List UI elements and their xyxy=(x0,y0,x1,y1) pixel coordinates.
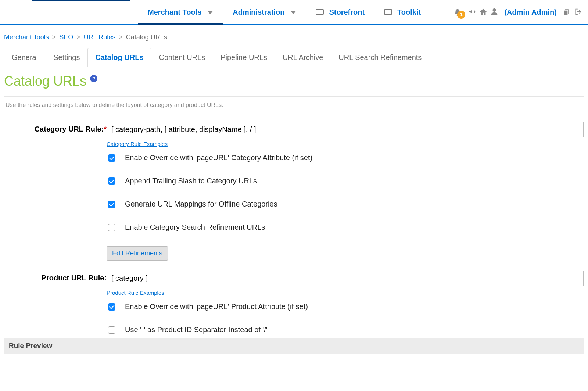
tab-settings[interactable]: Settings xyxy=(46,48,87,67)
crumb-merchant-tools[interactable]: Merchant Tools xyxy=(4,33,49,41)
nav-administration-label: Administration xyxy=(233,8,284,17)
top-nav: Merchant Tools Administration Storefront xyxy=(0,0,588,25)
tab-url-archive[interactable]: URL Archive xyxy=(275,48,331,67)
svg-rect-3 xyxy=(387,15,389,15)
chk-pageurl-category[interactable] xyxy=(108,154,115,162)
user-icon[interactable] xyxy=(490,8,498,17)
monitor-icon xyxy=(384,9,392,16)
page-description: Use the rules and settings below to defi… xyxy=(0,100,588,118)
logout-icon[interactable] xyxy=(573,8,581,17)
category-examples-link[interactable]: Category Rule Examples xyxy=(107,141,168,147)
chk-search-refinement-label: Enable Category Search Refinement URLs xyxy=(125,223,265,232)
tab-general[interactable]: General xyxy=(4,48,46,67)
chk-dash-separator-label: Use '-' as Product ID Separator Instead … xyxy=(125,326,268,334)
notification-badge: 1 xyxy=(457,11,465,19)
divider xyxy=(4,96,584,97)
chk-pageurl-product-label: Enable Override with 'pageURL' Product A… xyxy=(125,302,308,311)
tab-url-search-refinements[interactable]: URL Search Refinements xyxy=(331,48,429,67)
nav-toolkit[interactable]: Toolkit xyxy=(374,0,430,24)
nav-storefront-label: Storefront xyxy=(329,8,365,17)
copy-icon[interactable] xyxy=(563,8,570,17)
svg-rect-2 xyxy=(384,10,392,14)
tab-catalog-urls[interactable]: Catalog URLs xyxy=(87,48,151,67)
product-examples-link[interactable]: Product Rule Examples xyxy=(107,290,164,296)
product-rule-label: Product URL Rule: xyxy=(4,271,107,338)
nav-storefront[interactable]: Storefront xyxy=(306,0,374,24)
svg-rect-0 xyxy=(316,10,323,14)
chevron-down-icon xyxy=(207,11,213,14)
tab-content-urls[interactable]: Content URLs xyxy=(151,48,213,67)
chk-trailing-slash-label: Append Trailing Slash to Category URLs xyxy=(125,177,257,185)
nav-administration[interactable]: Administration xyxy=(223,0,306,24)
product-rule-input[interactable] xyxy=(107,271,584,286)
chk-dash-separator[interactable] xyxy=(108,326,115,334)
svg-rect-1 xyxy=(319,15,321,15)
help-icon[interactable]: ? xyxy=(90,75,97,82)
edit-refinements-button[interactable]: Edit Refinements xyxy=(107,246,168,261)
category-rule-input[interactable] xyxy=(107,122,584,137)
chk-pageurl-category-label: Enable Override with 'pageURL' Category … xyxy=(125,154,312,162)
chevron-down-icon xyxy=(290,11,296,14)
nav-merchant-tools[interactable]: Merchant Tools xyxy=(138,0,223,24)
form-panel: Category URL Rule:* Category Rule Exampl… xyxy=(4,118,584,354)
rule-preview-header: Rule Preview xyxy=(4,338,584,354)
chk-trailing-slash[interactable] xyxy=(108,177,115,185)
chk-offline-mappings-label: Generate URL Mappings for Offline Catego… xyxy=(125,200,277,208)
tab-bar: General Settings Catalog URLs Content UR… xyxy=(4,48,584,67)
chk-search-refinement[interactable] xyxy=(108,224,115,231)
tab-pipeline-urls[interactable]: Pipeline URLs xyxy=(213,48,275,67)
megaphone-icon[interactable] xyxy=(468,8,476,17)
brand-accent-bar xyxy=(32,0,130,1)
user-label[interactable]: (Admin Admin) xyxy=(504,8,557,17)
page-title: Catalog URLs xyxy=(4,73,86,89)
breadcrumb: Merchant Tools > SEO > URL Rules > Catal… xyxy=(0,25,588,41)
notifications-button[interactable]: 1 xyxy=(453,8,462,17)
crumb-url-rules[interactable]: URL Rules xyxy=(84,33,115,41)
nav-toolkit-label: Toolkit xyxy=(397,8,421,17)
crumb-current: Catalog URLs xyxy=(126,33,167,41)
nav-merchant-tools-label: Merchant Tools xyxy=(148,8,201,17)
chk-pageurl-product[interactable] xyxy=(108,303,115,311)
monitor-icon xyxy=(316,9,324,16)
crumb-seo[interactable]: SEO xyxy=(59,33,73,41)
home-icon[interactable] xyxy=(479,8,487,17)
chk-offline-mappings[interactable] xyxy=(108,201,115,208)
category-rule-label: Category URL Rule:* xyxy=(4,122,107,267)
